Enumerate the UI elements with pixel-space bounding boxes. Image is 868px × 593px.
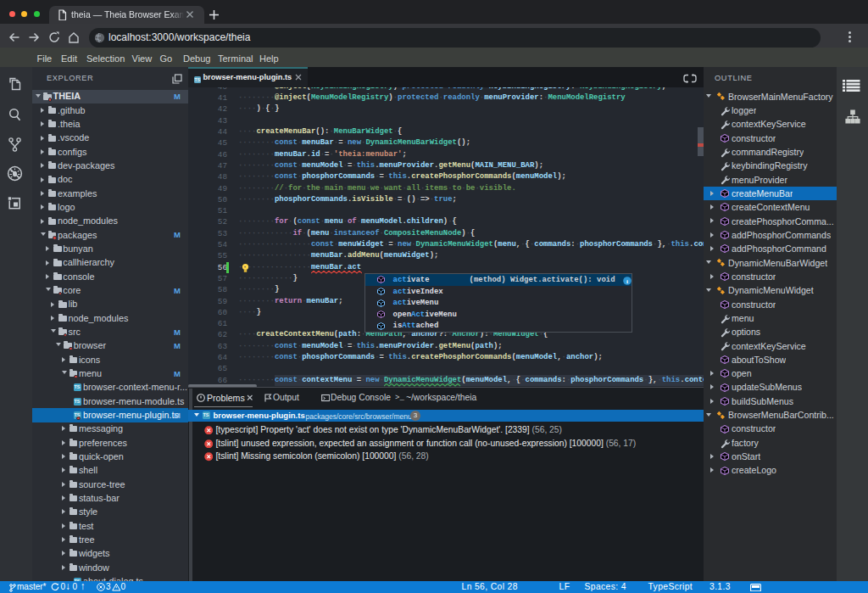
svg-text:i: i bbox=[626, 277, 628, 284]
